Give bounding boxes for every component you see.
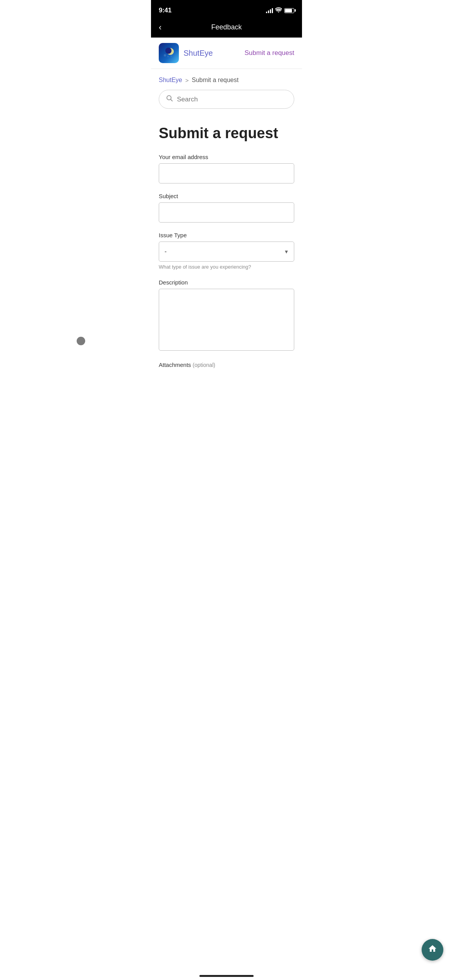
status-icons	[266, 7, 294, 14]
submit-request-form: Your email address Subject Issue Type - …	[159, 154, 294, 368]
subject-input[interactable]	[159, 202, 294, 223]
search-container	[159, 90, 294, 109]
breadcrumb: ShutEye > Submit a request	[159, 69, 294, 90]
attachments-label: Attachments (optional)	[159, 362, 215, 372]
breadcrumb-separator: >	[185, 77, 189, 84]
svg-point-4	[171, 56, 172, 57]
breadcrumb-home-link[interactable]: ShutEye	[159, 77, 182, 84]
page-title: Submit a request	[159, 121, 294, 142]
back-button[interactable]: ‹	[159, 23, 161, 32]
svg-line-6	[171, 99, 173, 101]
issue-type-select-wrapper: - ▼	[159, 242, 294, 262]
svg-point-2	[164, 54, 166, 57]
description-group: Description	[159, 279, 294, 352]
search-icon	[166, 95, 173, 104]
description-textarea[interactable]	[159, 289, 294, 351]
description-label: Description	[159, 279, 294, 286]
issue-type-label: Issue Type	[159, 232, 294, 238]
breadcrumb-current: Submit a request	[192, 77, 239, 84]
submit-request-nav-link[interactable]: Submit a request	[244, 49, 294, 57]
svg-point-3	[167, 56, 169, 57]
nav-bar: ‹ Feedback	[151, 19, 302, 38]
battery-icon	[284, 8, 294, 13]
status-time: 9:41	[159, 7, 172, 14]
email-input[interactable]	[159, 163, 294, 183]
attachments-group: Attachments (optional)	[159, 362, 294, 368]
status-bar: 9:41	[151, 0, 302, 19]
main-content: ShutEye > Submit a request Submit a requ…	[151, 69, 302, 368]
signal-icon	[266, 8, 273, 13]
issue-type-hint: What type of issue are you experiencing?	[159, 264, 294, 270]
brand-left: ShutEye	[159, 43, 213, 63]
issue-type-select[interactable]: -	[159, 242, 294, 262]
email-label: Your email address	[159, 154, 294, 160]
email-group: Your email address	[159, 154, 294, 183]
subject-label: Subject	[159, 193, 294, 199]
search-input[interactable]	[177, 96, 287, 103]
subject-group: Subject	[159, 193, 294, 223]
attachments-optional-text: (optional)	[193, 362, 215, 368]
search-wrapper[interactable]	[159, 90, 294, 109]
wifi-icon	[275, 7, 282, 14]
brand-bar: ShutEye Submit a request	[151, 38, 302, 69]
app-name: ShutEye	[184, 49, 213, 58]
nav-title: Feedback	[211, 23, 242, 31]
attachments-label-text: Attachments	[159, 362, 191, 368]
issue-type-group: Issue Type - ▼ What type of issue are yo…	[159, 232, 294, 270]
app-logo	[159, 43, 179, 63]
svg-point-1	[165, 48, 172, 54]
